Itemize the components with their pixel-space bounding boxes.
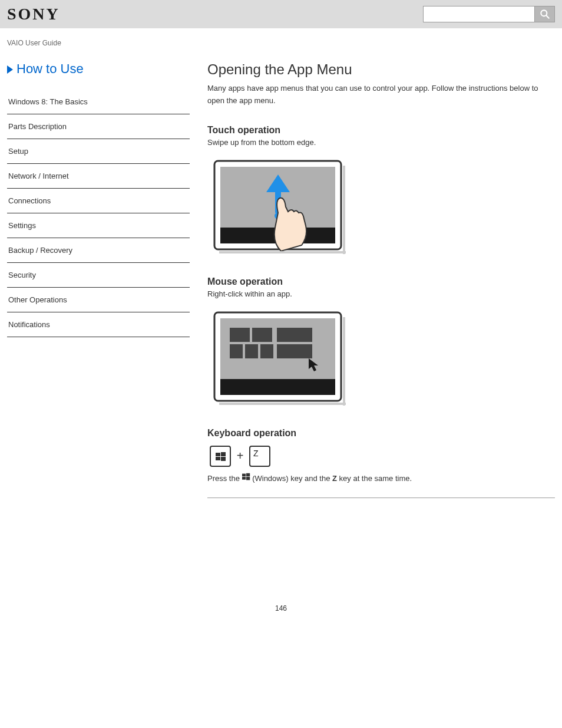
search-container [423,6,555,22]
svg-rect-12 [220,379,335,395]
svg-rect-9 [219,251,346,253]
divider [207,498,555,498]
touch-illustration [207,154,555,259]
mouse-illustration [207,305,555,410]
nav-item-windows8[interactable]: Windows 8: The Basics [7,90,190,114]
svg-rect-19 [277,344,312,358]
nav-item-backup[interactable]: Backup / Recovery [7,238,190,263]
plus-icon: + [237,449,244,463]
svg-line-1 [546,16,548,18]
windows-key-box [210,446,231,467]
z-key-box: Z [249,446,270,467]
windows-logo-icon [216,452,226,464]
svg-rect-26 [221,457,226,461]
svg-rect-27 [242,474,246,477]
user-guide-spacer [0,50,562,61]
svg-rect-17 [245,344,258,358]
svg-rect-25 [216,457,220,460]
nav-item-connections[interactable]: Connections [7,189,190,213]
keyboard-instruction: Press the (Windows) key and the Z key at… [207,472,555,486]
sidebar-title: How to Use [7,61,190,77]
page-number: 146 [0,604,562,624]
search-icon [539,8,551,20]
mouse-sub: Right-click within an app. [207,289,555,298]
svg-rect-8 [343,166,345,254]
keyboard-keys-row: + Z [207,446,555,467]
nav-item-notifications[interactable]: Notifications [7,312,190,337]
content-area: Opening the App Menu Many apps have app … [190,61,555,498]
svg-rect-24 [221,452,226,456]
sidebar: How to Use Windows 8: The Basics Parts D… [7,61,190,498]
touch-heading: Touch operation [207,125,555,136]
svg-rect-14 [252,328,272,342]
breadcrumb: VAIO User Guide [0,28,562,50]
svg-rect-28 [246,473,250,476]
search-input[interactable] [423,6,535,22]
svg-rect-16 [230,344,243,358]
svg-rect-29 [242,477,246,480]
windows-logo-icon-inline [242,472,250,485]
sony-logo: SONY [7,5,60,24]
svg-rect-18 [260,344,273,358]
nav-item-security[interactable]: Security [7,263,190,288]
z-key-label: Z [253,449,259,458]
search-button[interactable] [535,6,555,22]
page-subtitle: Many apps have app menus that you can us… [207,83,555,107]
nav-item-network[interactable]: Network / Internet [7,164,190,189]
svg-rect-22 [219,403,346,405]
svg-rect-13 [230,328,250,342]
chevron-right-icon [7,65,13,74]
nav-item-settings[interactable]: Settings [7,213,190,238]
svg-rect-21 [343,317,345,406]
svg-rect-23 [216,453,220,456]
keyboard-heading: Keyboard operation [207,428,555,439]
mouse-heading: Mouse operation [207,276,555,287]
nav-item-other[interactable]: Other Operations [7,288,190,312]
svg-rect-15 [277,328,312,342]
svg-rect-30 [246,477,250,480]
touch-sub: Swipe up from the bottom edge. [207,138,555,147]
nav-item-setup[interactable]: Setup [7,139,190,164]
page-title: Opening the App Menu [207,61,555,78]
nav-item-parts[interactable]: Parts Description [7,114,190,139]
